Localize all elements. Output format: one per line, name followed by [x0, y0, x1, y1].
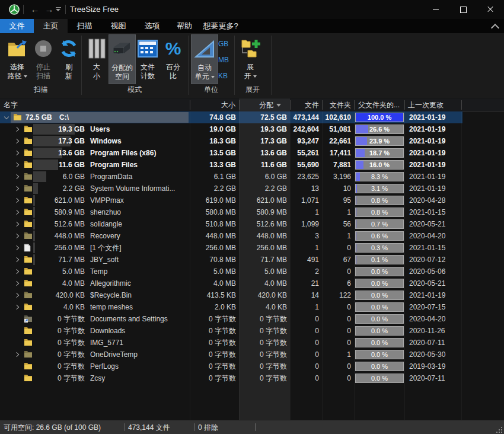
table-row[interactable]: 17.3 GBWindows18.3 GB17.3 GB93,24722,661…: [0, 135, 462, 147]
folder-arrow-icon: [4, 34, 31, 63]
percent-label: 8.3 %: [356, 173, 403, 181]
menu-tab-5[interactable]: 帮助: [169, 19, 200, 33]
menu-tab-file[interactable]: 文件: [0, 19, 34, 33]
cell-folders: 6: [0, 277, 351, 289]
toolbar-separator: [65, 5, 66, 14]
allocated-space-mode-button[interactable]: 分配的 空间: [109, 34, 136, 84]
menu-tab-1[interactable]: 主页: [34, 19, 68, 33]
table-row[interactable]: 13.6 GBProgram Files (x86)13.5 GB13.6 GB…: [0, 147, 462, 159]
percent-of-parent-bar: 0.0 %: [355, 326, 404, 336]
column-header-folders[interactable]: 文件夹: [330, 98, 351, 111]
file-count-mode-button[interactable]: 文件 计数: [135, 34, 160, 83]
table-row[interactable]: 580.9 MBshenzhuo580.8 MB580.9 MB110.8 %2…: [0, 206, 462, 218]
cell-folders: 3,196: [0, 171, 351, 183]
cell-last-change: 2021-01-19: [409, 123, 460, 135]
expand-folders-icon: [237, 34, 263, 63]
cell-last-change: 2020-05-30: [409, 349, 460, 360]
percent-of-parent-bar: 0.0 %: [355, 338, 404, 347]
forward-button[interactable]: →: [43, 3, 56, 16]
table-header: 名字 大小 分配 文件 文件夹 父文件夹的... 上一次更改: [0, 98, 504, 112]
cell-folders: 0: [0, 372, 351, 384]
table-row[interactable]: 4.0 KBtemp meshes2.0 KB4.0 KB100.0 %2020…: [0, 301, 462, 313]
table-row[interactable]: 0 字节数Downloads0 字节数0 字节数000.0 %2020-11-2…: [0, 325, 462, 337]
cell-last-change: 2020-07-15: [409, 301, 460, 313]
cell-last-change: 2021-01-19: [409, 289, 460, 301]
menu-tab-2[interactable]: 扫描: [68, 19, 101, 33]
cell-last-change: 2020-04-20: [409, 313, 460, 325]
back-button[interactable]: ←: [28, 3, 42, 16]
percent-label: 0.8 %: [356, 208, 403, 217]
column-resize-handle[interactable]: [354, 100, 355, 110]
table-row[interactable]: 256.0 MB[1 个文件]256.0 MB256.0 MB100.3 %20…: [0, 242, 462, 254]
menu-tab-3[interactable]: 视图: [101, 19, 135, 33]
column-resize-handle[interactable]: [290, 100, 291, 110]
percent-of-parent-bar: 8.3 %: [355, 172, 404, 181]
maximize-icon: [460, 7, 467, 13]
percent-mode-button[interactable]: % 百分 比: [161, 34, 185, 83]
table-row[interactable]: 71.7 MBJBY_soft70.8 MB71.7 MB491670.1 %2…: [0, 254, 462, 266]
column-resize-handle[interactable]: [404, 100, 405, 110]
maximize-button[interactable]: [449, 0, 477, 19]
column-header-name[interactable]: 名字: [4, 98, 18, 111]
unit-kb-button[interactable]: KB: [218, 69, 234, 83]
table-row[interactable]: 0 字节数IMG_57710 字节数0 字节数000.0 %2020-07-11: [0, 337, 462, 349]
expand-button[interactable]: 展 开: [237, 34, 263, 83]
treesize-window: ← → TreeSize Free 文件主页扫描视图选项帮助想要更多?: [0, 0, 504, 434]
table-row[interactable]: 19.3 GBUsers19.0 GB19.3 GB242,60451,0812…: [0, 123, 462, 135]
status-separator: [194, 423, 195, 431]
table-row[interactable]: 0 字节数Documents and Settings0 字节数0 字节数000…: [0, 313, 462, 325]
menu-tab-6[interactable]: 想要更多?: [200, 19, 241, 33]
cell-folders: 1: [0, 206, 351, 218]
percent-label: 26.6 %: [356, 125, 403, 134]
dropdown-arrow-icon: [253, 75, 257, 78]
table-row[interactable]: 4.0 MBAllegorithmic4.0 MB4.0 MB2160.0 %2…: [0, 277, 462, 289]
minimize-button[interactable]: [422, 0, 449, 19]
size-mode-button[interactable]: 大 小: [85, 34, 108, 83]
percent-label: 0.6 %: [356, 232, 403, 241]
percent-label: 0.0 %: [356, 291, 403, 300]
auto-units-button[interactable]: 自动 单元: [191, 34, 218, 84]
table-row[interactable]: 621.0 MBVMPPmax619.0 MB621.0 MB1,071950.…: [0, 194, 462, 206]
percent-of-parent-bar: 0.0 %: [355, 267, 404, 276]
select-directory-button[interactable]: 选择 路径: [4, 34, 31, 83]
table-row[interactable]: 0 字节数OneDriveTemp0 字节数0 字节数010.0 %2020-0…: [0, 349, 462, 360]
column-header-percent[interactable]: 父文件夹的...: [358, 98, 400, 111]
cell-folders: 0: [0, 325, 351, 337]
stop-scan-button[interactable]: 停止 扫描: [31, 34, 56, 83]
table-grid-icon: [135, 34, 160, 63]
percent-of-parent-bar: 0.1 %: [355, 255, 404, 264]
cell-last-change: 2021-01-19: [409, 171, 460, 183]
table-row[interactable]: 5.0 MBTemp5.0 MB5.0 MB200.0 %2020-05-06: [0, 266, 462, 277]
resize-grip[interactable]: [501, 432, 502, 433]
collapse-ribbon-icon[interactable]: [491, 24, 499, 32]
table-row[interactable]: 6.0 GBProgramData6.1 GB6.0 GB23,6253,196…: [0, 171, 462, 183]
cell-last-change: 2021-01-15: [409, 206, 460, 218]
table-row[interactable]: 512.6 MBsolidangle510.8 MB512.6 MB1,0995…: [0, 218, 462, 230]
close-button[interactable]: [477, 0, 504, 19]
table-row[interactable]: 2.2 GBSystem Volume Informati...2.2 GB2.…: [0, 183, 462, 194]
column-header-last-change[interactable]: 上一次更改: [408, 98, 444, 111]
close-icon: [487, 6, 494, 13]
unit-mb-button[interactable]: MB: [218, 53, 234, 67]
menu-tab-4[interactable]: 选项: [135, 19, 169, 33]
column-header-size[interactable]: 大小: [221, 98, 235, 111]
unit-gb-button[interactable]: GB: [218, 37, 234, 51]
cell-folders: 0: [0, 301, 351, 313]
customize-toolbar-button[interactable]: [56, 7, 61, 11]
table-row[interactable]: 72.5 GBC:\74.8 GB72.5 GB473,144102,61010…: [0, 111, 462, 123]
column-resize-handle[interactable]: [190, 100, 190, 110]
table-row[interactable]: 0 字节数Zcsy0 字节数0 字节数000.0 %2020-07-11: [0, 372, 462, 384]
table-row[interactable]: 11.6 GBProgram Files13.3 GB11.6 GB55,690…: [0, 159, 462, 171]
ribbon: 选择 路径 停止 扫描 刷: [0, 33, 504, 98]
table-row[interactable]: 420.0 KB$Recycle.Bin413.5 KB420.0 KB1412…: [0, 289, 462, 301]
column-resize-handle[interactable]: [322, 100, 323, 110]
percent-label: 23.9 %: [356, 137, 403, 146]
refresh-button[interactable]: 刷 新: [57, 34, 81, 83]
column-resize-handle[interactable]: [461, 100, 462, 110]
set-square-icon: [192, 35, 218, 63]
percent-label: 100.0 %: [356, 113, 403, 122]
table-row[interactable]: 0 字节数PerfLogs0 字节数0 字节数000.0 %2019-03-19: [0, 360, 462, 372]
column-header-files[interactable]: 文件: [305, 98, 319, 111]
dropdown-arrow-icon: [211, 76, 215, 78]
table-row[interactable]: 448.0 MBRecovery448.0 MB448.0 MB310.6 %2…: [0, 230, 462, 242]
